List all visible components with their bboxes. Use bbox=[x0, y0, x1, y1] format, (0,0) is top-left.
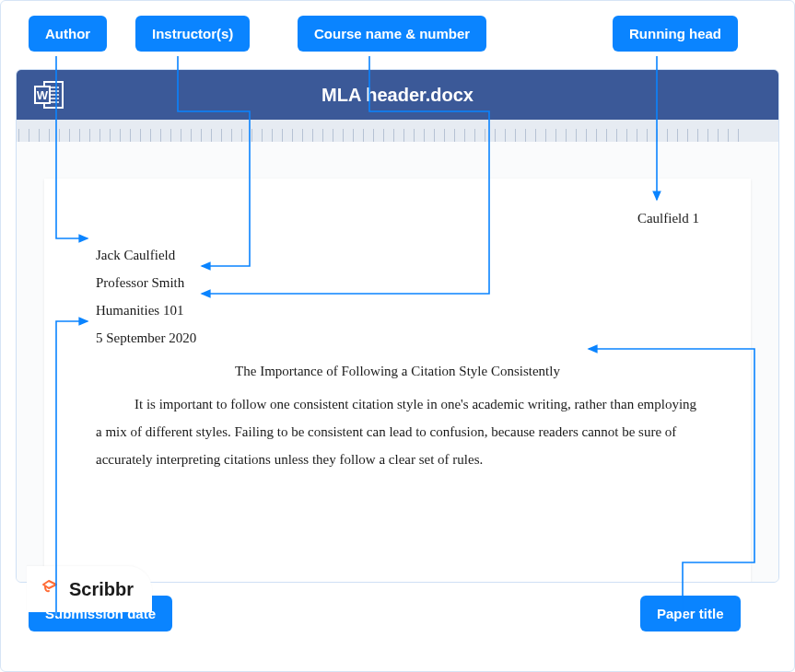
scribbr-icon bbox=[40, 575, 62, 603]
scribbr-badge: Scribbr bbox=[27, 566, 152, 612]
label-instructor: Instructor(s) bbox=[135, 16, 250, 52]
word-icon: W bbox=[33, 78, 66, 111]
label-author: Author bbox=[29, 16, 107, 52]
document-window: W MLA header.docx document.write(Array.f… bbox=[16, 69, 779, 583]
diagram-frame: Author Instructor(s) Course name & numbe… bbox=[0, 0, 795, 672]
label-paper-title: Paper title bbox=[640, 596, 741, 631]
course-line: Humanities 101 bbox=[96, 296, 699, 324]
instructor-line: Professor Smith bbox=[96, 269, 699, 296]
date-line: 5 September 2020 bbox=[96, 324, 699, 352]
author-line: Jack Caulfield bbox=[96, 241, 699, 269]
paper-title-text: The Importance of Following a Citation S… bbox=[96, 357, 699, 385]
document-filename: MLA header.docx bbox=[322, 85, 473, 106]
label-running-head: Running head bbox=[613, 16, 738, 52]
label-course: Course name & number bbox=[298, 16, 486, 52]
body-paragraph: It is important to follow one consistent… bbox=[96, 390, 699, 473]
titlebar: W MLA header.docx bbox=[17, 70, 778, 120]
page: Caulfield 1 Jack Caulfield Professor Smi… bbox=[44, 179, 751, 583]
scribbr-name: Scribbr bbox=[69, 579, 134, 600]
page-area: Caulfield 1 Jack Caulfield Professor Smi… bbox=[17, 142, 778, 583]
ruler: document.write(Array.from({length:72}).m… bbox=[17, 120, 778, 142]
svg-text:W: W bbox=[37, 88, 49, 102]
running-head-text: Caulfield 1 bbox=[96, 204, 699, 232]
top-label-row: Author Instructor(s) Course name & numbe… bbox=[16, 16, 779, 56]
